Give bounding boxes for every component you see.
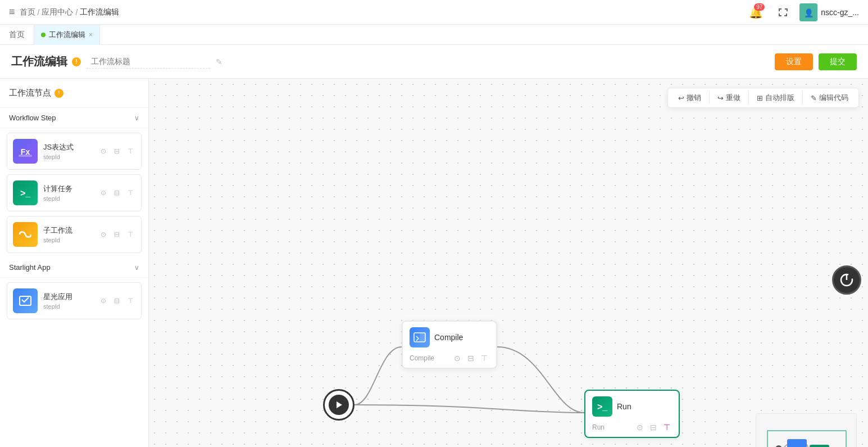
undo-button[interactable]: ↩ 撤销: [672, 91, 707, 105]
fullscreen-button[interactable]: [772, 2, 793, 22]
mini-map-svg: [756, 414, 857, 447]
redo-button[interactable]: ↪ 重做: [712, 91, 746, 105]
svg-rect-19: [787, 439, 807, 447]
redo-label: 重做: [726, 93, 740, 103]
node-calc-action-grid[interactable]: ⊟: [112, 188, 122, 198]
canvas-toolbar: ↩ 撤销 ↪ 重做 ⊞ 自动排版 ✎ 编辑代码: [667, 88, 859, 108]
node-calc-name: 计算任务: [43, 184, 93, 194]
run-action-tag[interactable]: ⊤: [662, 422, 672, 432]
power-icon: [839, 272, 855, 288]
sidebar-header: 工作流节点 !: [0, 79, 148, 108]
start-node-inner: [329, 395, 349, 415]
canvas-node-compile[interactable]: Compile Compile ⊙ ⊟ ⊤: [402, 320, 497, 369]
tab-workflow-editor[interactable]: 工作流编辑 ×: [34, 25, 100, 45]
compile-action-tag[interactable]: ⊤: [479, 353, 489, 363]
compile-svg-icon: [413, 331, 426, 344]
node-calc-action-eye[interactable]: ⊙: [98, 188, 108, 198]
breadcrumb-current: 工作流编辑: [80, 7, 119, 17]
node-sub-id: stepId: [43, 237, 93, 243]
submit-button[interactable]: 提交: [819, 53, 857, 70]
node-js-action-eye[interactable]: ⊙: [98, 146, 108, 156]
tab-close-button[interactable]: ×: [89, 31, 93, 39]
edit-icon[interactable]: ✎: [216, 57, 222, 66]
section-starlight-app[interactable]: Starlight App ∨: [0, 258, 148, 278]
breadcrumb-app-center[interactable]: 应用中心: [42, 7, 73, 17]
compile-node-icon: [410, 327, 430, 347]
workflow-title: 工作流编辑 !: [11, 54, 81, 69]
compile-node-title: Compile: [434, 333, 463, 342]
undo-icon: ↩: [678, 94, 684, 102]
canvas-node-run[interactable]: >_ Run Run ⊙ ⊟ ⊤: [584, 390, 680, 438]
node-star-app[interactable]: 星光应用 stepId ⊙ ⊟ ⊤: [7, 282, 142, 319]
run-action-grid[interactable]: ⊟: [648, 422, 658, 432]
node-calc-action-tag[interactable]: ⊤: [125, 188, 135, 198]
star-svg-icon: [17, 293, 33, 309]
node-star-actions: ⊙ ⊟ ⊤: [98, 296, 135, 306]
compile-node-actions: ⊙ ⊟ ⊤: [452, 353, 489, 363]
run-node-title: Run: [617, 402, 631, 411]
node-js-expression[interactable]: Fx JS表达式 stepId ⊙ ⊟ ⊤: [7, 133, 142, 170]
node-star-icon: [13, 288, 38, 313]
start-node[interactable]: [323, 389, 355, 421]
breadcrumb: 首页 / 应用中心 / 工作流编辑: [20, 7, 120, 17]
node-js-actions: ⊙ ⊟ ⊤: [98, 146, 135, 156]
run-svg-icon: >_: [596, 400, 609, 413]
auto-layout-button[interactable]: ⊞ 自动排版: [751, 91, 800, 105]
tab-bar: 首页 工作流编辑 ×: [0, 25, 868, 45]
top-bar-right: 🔔 97 👤 nscc-gz_...: [746, 2, 859, 22]
node-sub-name: 子工作流: [43, 225, 93, 236]
top-navbar: ≡ 首页 / 应用中心 / 工作流编辑 🔔 97 👤 nscc-g: [0, 0, 868, 25]
node-calc-info: 计算任务 stepId: [43, 184, 93, 202]
node-sub-action-grid[interactable]: ⊟: [112, 229, 122, 240]
workflow-canvas[interactable]: ↩ 撤销 ↪ 重做 ⊞ 自动排版 ✎ 编辑代码: [149, 79, 868, 447]
node-calc-task[interactable]: >_ 计算任务 stepId ⊙ ⊟ ⊤: [7, 174, 142, 211]
auto-layout-icon: ⊞: [757, 94, 763, 102]
edit-code-button[interactable]: ✎ 编辑代码: [805, 91, 854, 105]
node-js-action-tag[interactable]: ⊤: [125, 146, 135, 156]
node-star-action-eye[interactable]: ⊙: [98, 296, 108, 306]
node-sub-action-eye[interactable]: ⊙: [98, 229, 108, 240]
svg-text:>_: >_: [20, 188, 31, 198]
compile-node-subtitle: Compile: [410, 354, 434, 362]
node-star-info: 星光应用 stepId: [43, 292, 93, 310]
fullscreen-icon: [778, 7, 788, 17]
sidebar: 工作流节点 ! Workflow Step ∨ Fx JS表达式 stepId: [0, 79, 149, 447]
run-node-footer: Run ⊙ ⊟ ⊤: [585, 420, 679, 437]
notification-button[interactable]: 🔔 97: [746, 2, 766, 22]
compile-action-eye[interactable]: ⊙: [452, 353, 462, 363]
node-sub-action-tag[interactable]: ⊤: [125, 229, 135, 240]
node-js-name: JS表达式: [43, 142, 93, 152]
node-fx-icon: Fx: [13, 139, 38, 164]
edit-code-icon: ✎: [811, 94, 817, 102]
node-js-action-grid[interactable]: ⊟: [112, 146, 122, 156]
compile-action-grid[interactable]: ⊟: [466, 353, 476, 363]
avatar-icon: 👤: [799, 3, 817, 21]
breadcrumb-sep2: /: [75, 8, 78, 17]
run-action-eye[interactable]: ⊙: [635, 422, 645, 432]
user-avatar[interactable]: 👤 nscc-gz_...: [799, 3, 859, 21]
settings-button[interactable]: 设置: [775, 53, 813, 70]
node-sub-workflow[interactable]: 子工作流 stepId ⊙ ⊟ ⊤: [7, 216, 142, 253]
node-star-action-tag[interactable]: ⊤: [125, 296, 135, 306]
section-workflow-step[interactable]: Workflow Step ∨: [0, 108, 148, 128]
run-node-icon: >_: [592, 396, 612, 417]
tab-home[interactable]: 首页: [0, 25, 34, 45]
main-content: 工作流节点 ! Workflow Step ∨ Fx JS表达式 stepId: [0, 79, 868, 447]
workflow-info-icon[interactable]: !: [72, 57, 81, 66]
edit-code-label: 编辑代码: [819, 93, 848, 103]
run-node-subtitle: Run: [592, 423, 605, 431]
node-sub-info: 子工作流 stepId: [43, 225, 93, 243]
node-js-info: JS表达式 stepId: [43, 142, 93, 160]
node-star-action-grid[interactable]: ⊟: [112, 296, 122, 306]
mini-map: [756, 413, 857, 447]
toolbar-sep-3: [802, 92, 803, 104]
undo-label: 撤销: [687, 93, 701, 103]
fx-svg-icon: Fx: [17, 143, 33, 159]
node-star-id: stepId: [43, 303, 93, 310]
workflow-title-input[interactable]: [87, 55, 210, 69]
tab-workflow-label: 工作流编辑: [49, 30, 85, 40]
sidebar-info-icon[interactable]: !: [54, 89, 63, 98]
power-button[interactable]: [832, 265, 861, 295]
hamburger-menu-icon[interactable]: ≡: [9, 6, 15, 18]
breadcrumb-home[interactable]: 首页: [20, 7, 35, 17]
